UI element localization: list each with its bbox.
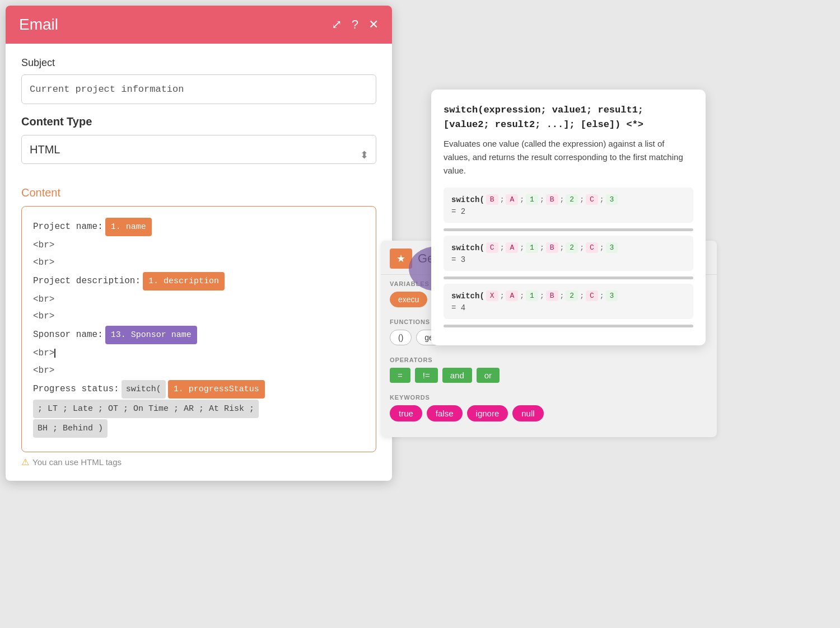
tag-switch-end: BH ; Behind ) <box>33 419 108 438</box>
content-line-3: Sponsor name: 13. Sponsor name <box>33 326 365 344</box>
helper-description: Evaluates one value (called the expressi… <box>444 137 693 177</box>
divider-2 <box>444 276 693 279</box>
divider-3 <box>444 325 693 327</box>
content-label: Content <box>21 186 376 199</box>
br-tag-1: <br> <box>33 237 54 254</box>
hint-icon: ⚠ <box>21 457 29 467</box>
line4-text: Progress status: <box>33 381 119 397</box>
helper-panel: switch(expression; value1; result1; [val… <box>431 90 706 345</box>
operators-tags-row: = != and or <box>390 368 708 383</box>
tag-sponsor[interactable]: 13. Sponsor name <box>105 326 197 344</box>
content-line-br1: <br> <box>33 237 365 254</box>
example-result-1: = 2 <box>451 207 685 216</box>
keywords-section: KEYWORDS true false ignore null <box>381 388 717 427</box>
expand-icon[interactable]: ⤢ <box>332 17 342 32</box>
execu-btn[interactable]: execu <box>390 292 427 307</box>
hint-line: ⚠ You can use HTML tags <box>21 457 376 467</box>
op-or[interactable]: or <box>477 368 500 383</box>
modal-title: Email <box>19 16 58 34</box>
ex-2-1: 2 <box>566 194 578 205</box>
br-tag-2: <br> <box>33 255 54 271</box>
ex-b-2: B <box>546 242 558 253</box>
example-block-1: switch( B ; A ; 1 ; B ; 2 ; C ; 3 = 2 <box>444 188 693 223</box>
modal-body: Subject Content Type HTML Plain Text Con… <box>6 44 392 481</box>
ex-a-2: A <box>506 242 518 253</box>
op-notequals[interactable]: != <box>415 368 438 383</box>
br-tag-5: <br> <box>33 345 55 362</box>
content-line-br4: <br> <box>33 308 365 325</box>
ex-c-3: C <box>586 290 598 301</box>
ex-1-1: 1 <box>526 194 538 205</box>
operators-label: OPERATORS <box>390 357 708 363</box>
ex-x: X <box>486 290 498 301</box>
example-formula-3: switch( X ; A ; 1 ; B ; 2 ; C ; 3 <box>451 290 685 301</box>
ex-1-2: 1 <box>526 242 538 253</box>
example-block-3: switch( X ; A ; 1 ; B ; 2 ; C ; 3 = 4 <box>444 284 693 319</box>
ex-func-2: switch( <box>451 243 484 252</box>
modal-header: Email ⤢ ? ✕ <box>6 6 392 44</box>
ex-c3-2: C <box>586 242 598 253</box>
divider-1 <box>444 228 693 231</box>
subject-label: Subject <box>21 57 376 69</box>
ex-func-1: switch( <box>451 195 484 204</box>
br-tag-4: <br> <box>33 308 54 325</box>
tag-progress-status[interactable]: 1. progressStatus <box>168 380 265 399</box>
kw-true[interactable]: true <box>390 405 422 421</box>
email-modal: Email ⤢ ? ✕ Subject Content Type HTML Pl… <box>6 6 392 481</box>
content-line-br5: <br> <box>33 345 365 362</box>
content-line-br6: <br> <box>33 363 365 379</box>
ex-c2: C <box>486 242 498 253</box>
op-and[interactable]: and <box>442 368 472 383</box>
ex-c-1: C <box>586 194 598 205</box>
kw-ignore[interactable]: ignore <box>467 405 508 421</box>
content-line-5: ; LT ; Late ; OT ; On Time ; AR ; At Ris… <box>33 400 365 418</box>
example-result-2: = 3 <box>451 255 685 264</box>
kw-false[interactable]: false <box>427 405 463 421</box>
content-line-2: Project description: 1. description <box>33 272 365 290</box>
ex-2-3: 2 <box>566 290 578 301</box>
tag-description[interactable]: 1. description <box>143 272 225 290</box>
hint-text: You can use HTML tags <box>32 457 122 467</box>
keywords-label: KEYWORDS <box>390 394 708 401</box>
tag-switch-open[interactable]: switch( <box>122 380 166 399</box>
content-editor[interactable]: Project name: 1. name <br> <br> Project … <box>21 206 376 452</box>
content-line-4: Progress status: switch( 1. progressStat… <box>33 380 365 399</box>
tag-switch-params: ; LT ; Late ; OT ; On Time ; AR ; At Ris… <box>33 400 259 418</box>
ex-a-1: A <box>506 194 518 205</box>
operators-section: OPERATORS = != and or <box>381 351 717 388</box>
ex-b-1: B <box>486 194 498 205</box>
content-line-br2: <br> <box>33 255 365 271</box>
content-line-br3: <br> <box>33 292 365 308</box>
line2-text: Project description: <box>33 273 141 289</box>
ex-1-3: 1 <box>526 290 538 301</box>
content-line-1: Project name: 1. name <box>33 218 365 236</box>
ex-b-3: B <box>546 290 558 301</box>
ex-3-1: 3 <box>606 194 618 205</box>
subject-input[interactable] <box>21 74 376 104</box>
line3-text: Sponsor name: <box>33 327 103 343</box>
ex-2-2: 2 <box>566 242 578 253</box>
example-formula-1: switch( B ; A ; 1 ; B ; 2 ; C ; 3 <box>451 194 685 205</box>
example-block-2: switch( C ; A ; 1 ; B ; 2 ; C ; 3 = 3 <box>444 236 693 271</box>
br-tag-3: <br> <box>33 292 54 308</box>
example-result-3: = 4 <box>451 303 685 312</box>
ex-func-3: switch( <box>451 292 484 301</box>
func-parens[interactable]: () <box>390 330 412 345</box>
example-formula-2: switch( C ; A ; 1 ; B ; 2 ; C ; 3 <box>451 242 685 253</box>
close-icon[interactable]: ✕ <box>368 17 379 32</box>
tag-name[interactable]: 1. name <box>105 218 152 236</box>
content-type-select[interactable]: HTML Plain Text <box>21 135 376 164</box>
help-icon[interactable]: ? <box>352 17 358 32</box>
content-type-label: Content Type <box>21 115 376 128</box>
modal-header-icons: ⤢ ? ✕ <box>332 17 379 32</box>
ex-b2-1: B <box>546 194 558 205</box>
content-line-6: BH ; Behind ) <box>33 419 365 438</box>
ex-3-2: 3 <box>606 242 618 253</box>
kw-null[interactable]: null <box>512 405 543 421</box>
ex-a-3: A <box>506 290 518 301</box>
br-tag-6: <br> <box>33 363 54 379</box>
keywords-tags-row: true false ignore null <box>390 405 708 421</box>
ex-3-3: 3 <box>606 290 618 301</box>
line1-text: Project name: <box>33 219 103 235</box>
op-equals[interactable]: = <box>390 368 410 383</box>
